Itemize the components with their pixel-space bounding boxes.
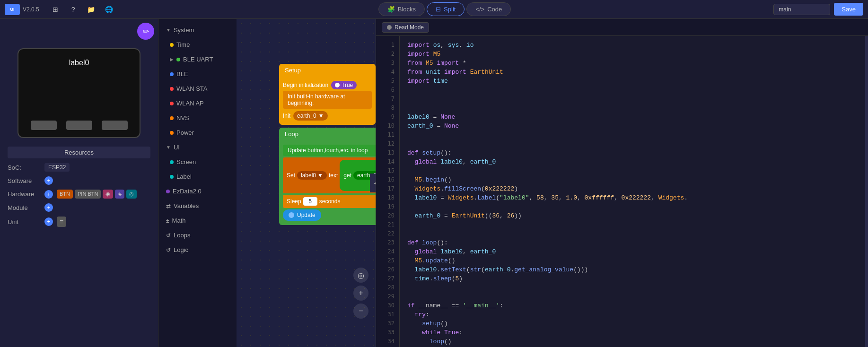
init-hw-label: Init built-in hardware at beginning. — [288, 93, 345, 106]
read-mode-button[interactable]: Read Mode — [382, 22, 429, 33]
software-add-button[interactable]: + — [44, 176, 53, 185]
line-num-29: 29 — [376, 292, 399, 301]
line-num-22: 22 — [376, 229, 399, 238]
blocks-sidebar: ▼ System Time ▶ BLE UART BLE WLAN STA — [158, 19, 376, 347]
code-panel: Read Mode 1 2 3 4 5 6 7 8 9 10 11 12 13 … — [376, 19, 868, 347]
code-view-button[interactable]: </> Code — [466, 2, 511, 16]
code-content: 1 2 3 4 5 6 7 8 9 10 11 12 13 14 15 16 1… — [376, 36, 868, 347]
code-line-5: import time — [407, 77, 858, 86]
line-num-11: 11 — [376, 130, 399, 139]
nav-wlan-sta[interactable]: WLAN STA — [158, 81, 237, 96]
blocks-nav: ▼ System Time ▶ BLE UART BLE WLAN STA — [158, 19, 237, 347]
blocks-canvas[interactable]: Setup Begin initialization True Init bui… — [237, 19, 376, 347]
device-screen-area: label0 — [0, 43, 158, 143]
logo-icon: UI — [5, 4, 20, 15]
save-button[interactable]: Save — [834, 3, 863, 16]
update-button-block[interactable]: Update — [283, 209, 321, 221]
sleep-value[interactable]: 5 — [303, 197, 317, 206]
code-line-18: label0 = Widgets.Label("label0", 58, 35,… — [407, 193, 858, 202]
connect-button[interactable]: 🌐 — [103, 3, 116, 16]
earth-value: earth_0 — [297, 113, 316, 119]
line-num-8: 8 — [376, 104, 399, 113]
module-add-button[interactable]: + — [44, 203, 53, 212]
branch-input[interactable] — [773, 4, 830, 15]
software-label: Software — [8, 177, 41, 184]
zoom-in-button[interactable]: + — [353, 286, 368, 301]
hardware-add-button[interactable]: + — [44, 190, 53, 199]
hw-chip-3[interactable]: ◉ — [103, 190, 113, 199]
line-num-18: 18 — [376, 193, 399, 202]
code-line-19 — [407, 202, 858, 211]
read-mode-indicator-icon — [387, 25, 392, 30]
line-num-19: 19 — [376, 202, 399, 211]
label0-value: label0 — [301, 172, 316, 179]
nav-variables[interactable]: ⇄ Variables — [158, 199, 237, 213]
code-line-26: label0.setText(str(earth_0.get_analog_va… — [407, 265, 858, 274]
collapse-panel-button[interactable]: ◀ — [370, 174, 376, 192]
topbar-right: Save — [773, 3, 863, 16]
line-num-33: 33 — [376, 328, 399, 337]
blocks-view-button[interactable]: 🧩 Blocks — [378, 2, 425, 16]
line-num-2: 2 — [376, 50, 399, 59]
nav-loops[interactable]: ↺ Loops — [158, 228, 237, 243]
nav-ui[interactable]: ▼ UI — [158, 140, 237, 155]
earth-dropdown[interactable]: earth_0 ▼ — [293, 111, 328, 121]
nav-screen[interactable]: Screen — [158, 155, 237, 169]
hw-chip-5[interactable]: ◎ — [126, 190, 137, 199]
compass-button[interactable]: ◎ — [353, 268, 368, 283]
nav-ble-uart[interactable]: ▶ BLE UART — [158, 52, 237, 67]
device-button-c[interactable] — [102, 121, 128, 130]
chevron-icon: ▼ — [166, 27, 171, 33]
code-line-31: try: — [407, 310, 858, 319]
nav-math[interactable]: ± Math — [158, 213, 237, 228]
blocks-label: Blocks — [398, 6, 416, 13]
version-label: V2.0.5 — [23, 6, 39, 13]
sleep-block: Sleep 5 seconds — [283, 195, 376, 208]
code-line-24: global label0, earth_0 — [407, 247, 858, 256]
nav-ezdata[interactable]: EzData2.0 — [158, 184, 237, 199]
get-label: get — [343, 172, 351, 179]
chevron-ble-uart-icon: ▶ — [170, 57, 174, 62]
line-num-6: 6 — [376, 86, 399, 95]
update-circle-icon — [289, 212, 294, 218]
folder-button[interactable]: 📁 — [85, 3, 98, 16]
nav-logic[interactable]: ↺ Logic — [158, 243, 237, 257]
code-scrollbar[interactable] — [865, 36, 868, 347]
line-num-32: 32 — [376, 319, 399, 328]
set-label: Set — [287, 172, 295, 179]
nav-label[interactable]: Label — [158, 169, 237, 184]
device-button-a[interactable] — [31, 121, 57, 130]
code-line-17: Widgets.fillScreen(0x222222) — [407, 184, 858, 193]
line-num-17: 17 — [376, 184, 399, 193]
paint-button[interactable]: ✏ — [137, 23, 154, 40]
setup-block: Setup Begin initialization True Init bui… — [279, 64, 376, 125]
line-num-13: 13 — [376, 148, 399, 157]
home-button[interactable]: ⊞ — [49, 3, 62, 16]
unit-add-button[interactable]: + — [44, 217, 53, 226]
split-view-button[interactable]: ⊟ Split — [427, 2, 465, 16]
nav-wlan-ap[interactable]: WLAN AP — [158, 96, 237, 111]
code-line-1: import os, sys, io — [407, 41, 858, 50]
nav-time[interactable]: Time — [158, 37, 237, 52]
zoom-out-button[interactable]: − — [353, 304, 368, 319]
nav-dot-ble-uart-icon — [176, 58, 180, 61]
main-content: ✏ label0 Resources SoC: ESP32 Software + — [0, 19, 868, 347]
nav-dot-power-icon — [170, 131, 174, 135]
label0-dropdown[interactable]: label0 ▼ — [297, 171, 327, 180]
setup-label: Setup — [285, 67, 301, 74]
code-label: Code — [487, 6, 502, 13]
hw-chip-4[interactable]: ◈ — [115, 190, 124, 199]
hw-chip-pin-btn[interactable]: PIN BTN — [75, 190, 101, 199]
nav-nvs[interactable]: NVS — [158, 111, 237, 125]
nav-system[interactable]: ▼ System — [158, 23, 237, 37]
code-editor[interactable]: import os, sys, io import M5 from M5 imp… — [400, 36, 865, 347]
begin-init-label: Begin initialization — [283, 82, 328, 88]
device-button-b[interactable] — [66, 121, 92, 130]
hw-chip-btn[interactable]: BTN — [57, 190, 73, 199]
unit-chip[interactable]: ≡ — [57, 217, 66, 227]
nav-power[interactable]: Power — [158, 125, 237, 140]
line-num-3: 3 — [376, 59, 399, 68]
nav-ble[interactable]: BLE — [158, 67, 237, 81]
help-button[interactable]: ? — [67, 3, 80, 16]
true-toggle[interactable]: True — [331, 81, 357, 89]
